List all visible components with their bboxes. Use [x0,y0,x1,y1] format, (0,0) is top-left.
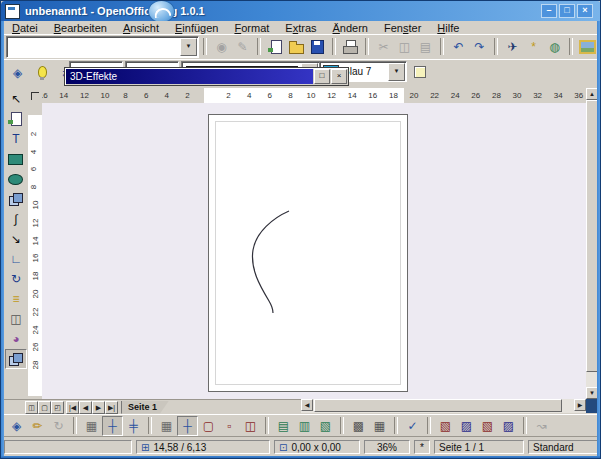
exit-all-groups-option[interactable]: ▦ [369,416,390,436]
hyperlink-icon[interactable]: ◍ [544,37,565,57]
3d-objects-tool[interactable] [5,189,27,209]
object-size: 0,00 x 0,00 [291,442,340,453]
vertical-ruler[interactable]: 246810121416182022242628 [28,103,43,399]
next-page-button[interactable]: ▶ [92,401,105,414]
horizontal-ruler[interactable]: 1614121086422468101214161820222426283032… [42,88,586,104]
drawing-canvas[interactable] [42,103,586,399]
double-click-text-option[interactable]: ▧ [315,416,336,436]
menu-hilfe[interactable]: Hilfe [429,22,467,34]
prev-page-button[interactable]: ◀ [79,401,92,414]
snap-to-page-margins-option[interactable]: ▢ [198,416,219,436]
window-title: unbenannt1 - OpenOffice.org 1.0.1 [25,5,205,17]
redo-icon[interactable]: ↷ [469,37,490,57]
drag-mode-option[interactable]: ↝ [531,416,552,436]
quick-editing-option[interactable]: ▤ [273,416,294,436]
snap-to-object-points-option[interactable]: ◫ [240,416,261,436]
menu-datei[interactable]: Datei [4,22,46,34]
gallery-icon[interactable] [577,37,598,57]
copy-icon[interactable]: ◫ [394,37,415,57]
layer-view-button[interactable]: ◫ [25,401,38,414]
undo-icon[interactable]: ↶ [448,37,469,57]
snap-to-object-border-option[interactable]: ▫ [219,416,240,436]
modify-with-attributes-option[interactable]: ▩ [348,416,369,436]
gradient-placeholder-option[interactable]: ▨ [456,416,477,436]
toolbar-divider [332,38,336,55]
page-tab-bar: ◫▢◰ |◀◀▶▶| Seite 1 [4,399,301,414]
menu-aendern[interactable]: Ändern [325,22,376,34]
show-grid-option[interactable]: ▦ [81,416,102,436]
chevron-down-icon[interactable]: ▼ [180,38,197,56]
color-swatch-icon[interactable] [411,63,432,83]
rectangle-tool[interactable] [5,149,27,169]
rotation-mode-option[interactable]: ↻ [48,416,69,436]
3d-effects-window[interactable]: 3D-Effekte □× [64,67,349,86]
menu-ansicht[interactable]: Ansicht [115,22,167,34]
arrange-tool[interactable]: ◫ [5,309,27,329]
cut-icon[interactable]: ✂ [373,37,394,57]
app-icon [5,4,20,19]
menu-fenster[interactable]: Fenster [376,22,429,34]
edit-file-icon[interactable]: ✎ [232,37,253,57]
minimize-button[interactable]: – [541,4,557,18]
menu-format[interactable]: Format [226,22,277,34]
show-snap-lines-option[interactable]: ┼ [102,416,123,436]
invert-placeholder-option[interactable]: ▨ [498,416,519,436]
page-view-button[interactable]: ▢ [38,401,51,414]
line-contour-option[interactable]: ✓ [402,416,423,436]
picture-placeholder-option[interactable]: ▧ [477,416,498,436]
direct-edit-option[interactable]: ✏ [27,416,48,436]
last-page-button[interactable]: ▶| [105,401,118,414]
print-icon[interactable] [340,37,361,57]
alignment-tool[interactable]: ≡ [5,289,27,309]
close-button[interactable]: × [331,69,347,84]
rollup-button[interactable]: □ [314,69,330,84]
select-tool[interactable]: ↖ [5,89,27,109]
toolbar-divider [569,38,573,55]
connector-tool[interactable]: ∟ [5,249,27,269]
scroll-left-icon[interactable]: ◀ [301,399,313,411]
url-combobox[interactable]: ▼ [6,36,199,58]
3d-controller-tool[interactable] [5,349,27,369]
chevron-down-icon[interactable]: ▼ [388,63,405,81]
toolbar-divider [340,417,344,434]
lines-arrows-tool[interactable]: ↘ [5,229,27,249]
paste-icon[interactable]: ▤ [415,37,436,57]
curve-tool[interactable]: ∫ [5,209,27,229]
stop-icon[interactable]: ◉ [211,37,232,57]
snap-to-grid-option[interactable]: ▦ [156,416,177,436]
menu-einfuegen[interactable]: Einfügen [167,22,226,34]
effects-tool[interactable]: ◕ [5,329,27,349]
helplines-moving-option[interactable]: ╪ [123,416,144,436]
page-tab[interactable]: Seite 1 [121,401,169,414]
new-document-icon[interactable] [265,37,286,57]
master-view-button[interactable]: ◰ [51,401,64,414]
status-info-field [4,440,132,454]
freehand-curve[interactable] [252,211,289,313]
openoffice-logo-icon [148,0,175,23]
titlebar[interactable]: unbenannt1 - OpenOffice.org 1.0.1 [1,1,601,21]
maximize-button[interactable]: □ [559,4,575,18]
save-icon[interactable] [307,37,328,57]
edit-points-icon[interactable]: ◈ [7,63,28,83]
horizontal-scroll-thumb[interactable] [314,399,562,412]
text-placeholder-option[interactable]: ▧ [435,416,456,436]
select-text-area-option[interactable]: ▥ [294,416,315,436]
menu-bearbeiten[interactable]: Bearbeiten [46,22,115,34]
horizontal-scrollbar[interactable]: ◀ ▶ [301,399,586,413]
edit-points-option[interactable]: ◈ [6,416,27,436]
text-tool[interactable]: T [5,129,27,149]
menu-extras[interactable]: Extras [277,22,324,34]
snap-to-snap-lines-option[interactable]: ┼ [177,416,198,436]
zoom-icon[interactable]: * [523,37,544,57]
3d-effects-title: 3D-Effekte [66,69,313,84]
first-page-button[interactable]: |◀ [66,401,79,414]
open-icon[interactable] [286,37,307,57]
scroll-right-icon[interactable]: ▶ [574,399,586,411]
lamp-icon[interactable] [32,63,53,83]
rotate-tool[interactable]: ↻ [5,269,27,289]
zoom-tool[interactable] [5,109,27,129]
ellipse-tool[interactable] [5,169,27,189]
zoom-field[interactable]: 36% [364,440,410,454]
close-button[interactable]: × [577,4,593,18]
navigator-icon[interactable]: ✈ [502,37,523,57]
